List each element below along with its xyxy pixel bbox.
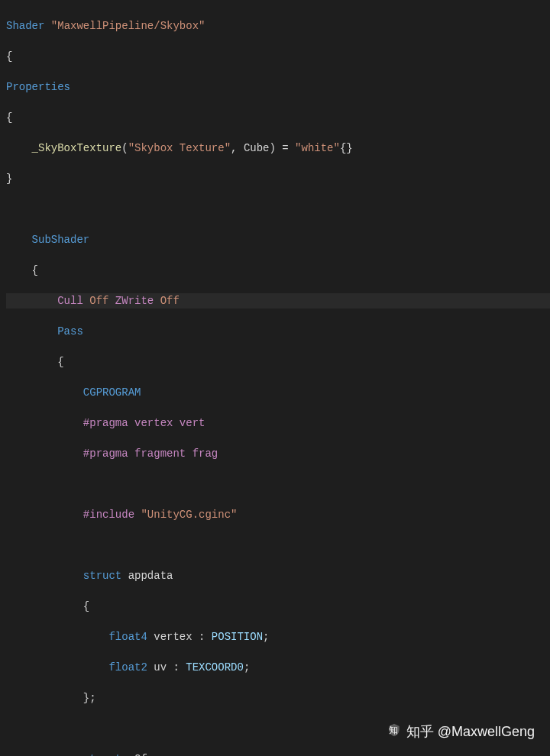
watermark-text: 知乎 @MaxwellGeng: [406, 724, 535, 739]
code-line-active: Cull Off ZWrite Off: [6, 293, 550, 309]
watermark: 知 知乎 @MaxwellGeng: [387, 722, 535, 741]
code-line: struct v2f: [6, 751, 550, 756]
code-line: #include "UnityCG.cginc": [6, 507, 550, 522]
code-line: _SkyBoxTexture("Skybox Texture", Cube) =…: [6, 141, 550, 156]
code-line: float4 vertex : POSITION;: [6, 629, 550, 645]
code-line: }: [6, 171, 550, 186]
code-line: {: [6, 263, 550, 278]
code-line: {: [6, 354, 550, 370]
svg-text:知: 知: [388, 725, 397, 735]
code-line: struct appdata: [6, 568, 550, 583]
code-line: {: [6, 110, 550, 125]
code-line: [6, 477, 550, 492]
code-line: [6, 202, 550, 217]
code-line: Pass: [6, 324, 550, 339]
code-line: Properties: [6, 79, 550, 95]
code-line: CGPROGRAM: [6, 385, 550, 400]
code-line: #pragma fragment frag: [6, 446, 550, 461]
code-line: [6, 538, 550, 553]
code-line: #pragma vertex vert: [6, 415, 550, 431]
code-editor[interactable]: Shader "MaxwellPipeline/Skybox" { Proper…: [0, 0, 550, 756]
zhihu-icon: 知: [387, 722, 402, 741]
code-line: {: [6, 599, 550, 614]
code-line: float2 uv : TEXCOORD0;: [6, 660, 550, 675]
code-line: {: [6, 49, 550, 64]
code-line: SubShader: [6, 232, 550, 247]
code-line: };: [6, 690, 550, 706]
code-line: Shader "MaxwellPipeline/Skybox": [6, 18, 550, 34]
